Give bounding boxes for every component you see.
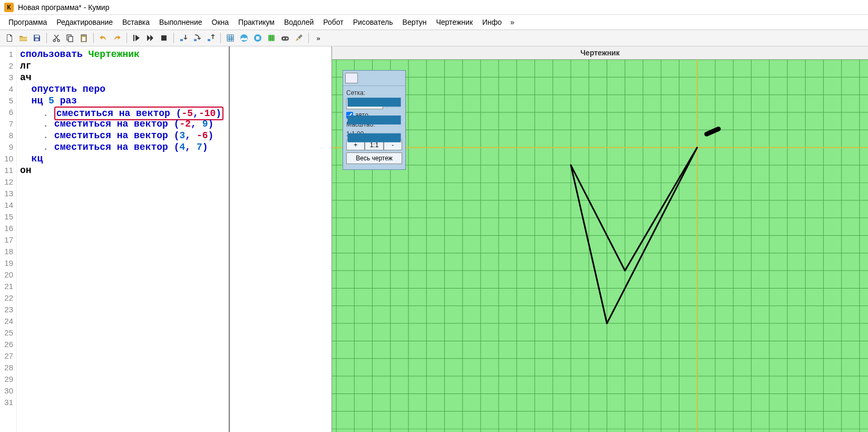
line-gutter: 1234567891011121314151617181920212223242… xyxy=(0,46,17,432)
menu-водолей[interactable]: Водолей xyxy=(280,16,318,28)
open-file-button[interactable] xyxy=(17,32,30,44)
drawing-pane: Чертежник Сетка: ▲▼ xyxy=(332,46,868,432)
menu-рисователь[interactable]: Рисователь xyxy=(349,16,397,28)
svg-rect-9 xyxy=(133,35,134,41)
step-over-button[interactable] xyxy=(191,32,203,44)
stop-button[interactable] xyxy=(158,32,170,44)
undo-button[interactable] xyxy=(97,32,110,44)
menu-программа[interactable]: Программа xyxy=(4,16,51,28)
menu-выполнение[interactable]: Выполнение xyxy=(155,16,206,28)
step-into-button[interactable] xyxy=(177,32,190,44)
panel-menu-button[interactable] xyxy=(345,73,358,83)
svg-rect-19 xyxy=(268,35,275,41)
app-icon: К xyxy=(4,3,14,12)
toolbar: 10 » xyxy=(0,30,868,46)
menu-практикум[interactable]: Практикум xyxy=(234,16,279,28)
drawing-controls-panel: Сетка: ▲▼ авто Масштаб: 1:1.00 + 1:1 - xyxy=(343,70,406,170)
menu-окна[interactable]: Окна xyxy=(208,16,233,28)
svg-point-21 xyxy=(286,38,288,40)
menu-редактирование[interactable]: Редактирование xyxy=(52,16,117,28)
new-file-button[interactable] xyxy=(3,32,16,44)
menu-вертун[interactable]: Вертун xyxy=(398,16,431,28)
menu-инфо[interactable]: Инфо xyxy=(478,16,506,28)
svg-rect-10 xyxy=(161,35,167,41)
svg-rect-18 xyxy=(256,36,259,40)
toolbar-overflow[interactable]: » xyxy=(312,32,325,44)
cut-button[interactable] xyxy=(50,32,63,44)
svg-rect-1 xyxy=(35,39,38,41)
menu-чертежник[interactable]: Чертежник xyxy=(432,16,477,28)
tool-robot-button[interactable] xyxy=(251,32,264,44)
redo-button[interactable] xyxy=(111,32,123,44)
paste-button[interactable] xyxy=(77,32,90,44)
menu-overflow[interactable]: » xyxy=(507,16,518,28)
save-file-button[interactable] xyxy=(31,32,43,44)
code-editor[interactable]: 1234567891011121314151617181920212223242… xyxy=(0,46,230,432)
run-button[interactable] xyxy=(130,32,143,44)
drawing-svg xyxy=(332,60,868,432)
window-title: Новая программа* - Кумир xyxy=(18,3,109,12)
svg-rect-0 xyxy=(35,35,39,37)
svg-text:10: 10 xyxy=(228,36,233,41)
menu-робот[interactable]: Робот xyxy=(319,16,347,28)
drawing-canvas[interactable]: Сетка: ▲▼ авто Масштаб: 1:1.00 + 1:1 - xyxy=(332,60,868,432)
svg-rect-5 xyxy=(69,36,73,42)
svg-point-3 xyxy=(57,40,60,42)
svg-point-2 xyxy=(53,40,55,42)
code-lines[interactable]: спользовать Чертежниклгач опустить перо … xyxy=(17,46,229,432)
tool-water-button[interactable] xyxy=(238,32,250,44)
menu-bar: ПрограммаРедактированиеВставкаВыполнение… xyxy=(0,15,868,30)
step-out-button[interactable] xyxy=(204,32,217,44)
main-split: 1234567891011121314151617181920212223242… xyxy=(0,46,868,432)
tool-field-button[interactable] xyxy=(265,32,278,44)
run-fast-button[interactable] xyxy=(144,32,157,44)
svg-rect-20 xyxy=(281,36,289,41)
svg-rect-12 xyxy=(194,39,197,41)
tool-grid-button[interactable]: 10 xyxy=(224,32,237,44)
menu-вставка[interactable]: Вставка xyxy=(118,16,154,28)
side-output-pane xyxy=(230,46,331,432)
svg-rect-11 xyxy=(180,39,183,41)
svg-rect-7 xyxy=(82,34,85,36)
svg-rect-13 xyxy=(208,39,210,41)
svg-rect-8 xyxy=(82,37,85,41)
drawing-title: Чертежник xyxy=(332,46,868,60)
tool-brush-button[interactable] xyxy=(292,32,305,44)
copy-button[interactable] xyxy=(64,32,76,44)
title-bar: К Новая программа* - Кумир xyxy=(0,0,868,15)
left-pane: 1234567891011121314151617181920212223242… xyxy=(0,46,332,432)
tool-game-button[interactable] xyxy=(279,32,291,44)
